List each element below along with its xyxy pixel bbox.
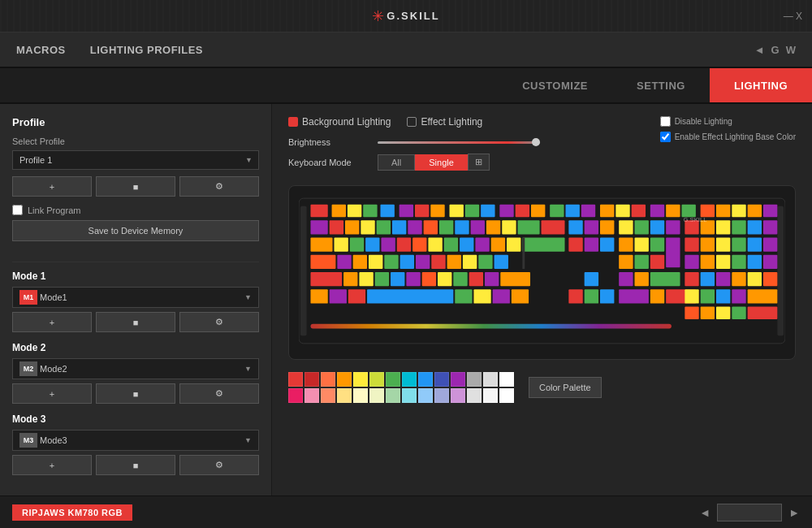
color-cell-11[interactable] xyxy=(467,372,482,387)
disable-lighting-label[interactable]: Disable Lighting xyxy=(675,117,732,126)
color-cell-16[interactable] xyxy=(321,388,335,403)
color-cell-5[interactable] xyxy=(369,372,384,387)
enable-effect-checkbox[interactable] xyxy=(660,132,671,142)
color-cell-4[interactable] xyxy=(353,372,368,387)
mode-single-button[interactable]: Single xyxy=(415,154,468,171)
color-cell-10[interactable] xyxy=(451,372,465,387)
color-cell-0[interactable] xyxy=(288,372,303,387)
color-cell-19[interactable] xyxy=(369,388,384,403)
tab-lighting[interactable]: LIGHTING xyxy=(710,68,812,102)
mode-all-button[interactable]: All xyxy=(378,154,415,171)
disable-lighting-checkbox[interactable] xyxy=(660,116,671,127)
enable-effect-label[interactable]: Enable Effect Lighting Base Color xyxy=(675,132,796,141)
menu-macros[interactable]: MACROS xyxy=(16,44,66,56)
svg-rect-56 xyxy=(732,220,745,234)
svg-rect-29 xyxy=(748,205,762,217)
prev-arrow-button[interactable]: ◄ xyxy=(699,506,710,519)
color-cell-22[interactable] xyxy=(418,388,433,403)
svg-rect-86 xyxy=(310,255,335,269)
color-cell-7[interactable] xyxy=(402,372,417,387)
mode-3-settings-button[interactable]: ⚙ xyxy=(179,455,259,475)
svg-rect-7 xyxy=(380,205,394,217)
svg-rect-97 xyxy=(495,255,508,269)
tab-setting[interactable]: SETTING xyxy=(612,68,710,102)
svg-rect-119 xyxy=(500,272,530,286)
profile-delete-button[interactable]: ■ xyxy=(96,176,175,197)
color-cell-1[interactable] xyxy=(304,372,319,387)
svg-rect-36 xyxy=(392,220,406,234)
close-button[interactable]: — X xyxy=(784,11,802,22)
color-cell-17[interactable] xyxy=(337,388,352,403)
link-program-checkbox[interactable] xyxy=(12,205,23,215)
mode-grid-button[interactable]: ⊞ xyxy=(468,154,490,171)
tab-customize[interactable]: CUSTOMIZE xyxy=(498,68,612,102)
mode-2-title: Mode 2 xyxy=(12,342,259,353)
color-cell-8[interactable] xyxy=(418,372,433,387)
save-device-memory-button[interactable]: Save to Device Memory xyxy=(12,220,259,241)
mode-2-settings-button[interactable]: ⚙ xyxy=(179,383,259,404)
svg-rect-58 xyxy=(763,220,777,234)
svg-rect-128 xyxy=(748,272,762,286)
color-cell-23[interactable] xyxy=(434,388,449,403)
color-cell-6[interactable] xyxy=(386,372,400,387)
mode-1-settings-button[interactable]: ⚙ xyxy=(179,312,259,332)
next-arrow-button[interactable]: ► xyxy=(788,506,800,519)
profile-add-button[interactable]: + xyxy=(12,176,92,197)
mode-3-delete-button[interactable]: ■ xyxy=(96,455,175,475)
color-cell-15[interactable] xyxy=(304,388,319,403)
effect-lighting-radio[interactable]: Effect Lighting xyxy=(407,116,482,128)
color-cell-13[interactable] xyxy=(499,372,514,387)
profile-select[interactable]: Profile 1 xyxy=(12,150,259,170)
svg-rect-72 xyxy=(522,237,564,251)
background-lighting-dot xyxy=(288,117,298,127)
svg-rect-142 xyxy=(650,289,664,303)
svg-rect-90 xyxy=(384,255,398,269)
mode-1-select[interactable]: M1 Mode1 ▼ xyxy=(12,287,259,308)
svg-rect-73 xyxy=(568,237,582,251)
svg-rect-101 xyxy=(650,255,664,269)
svg-rect-33 xyxy=(345,220,359,234)
color-cell-3[interactable] xyxy=(337,372,352,387)
color-cell-27[interactable] xyxy=(499,388,514,403)
svg-rect-57 xyxy=(748,220,762,234)
svg-rect-3 xyxy=(310,205,327,217)
color-cell-18[interactable] xyxy=(353,388,368,403)
profile-settings-button[interactable]: ⚙ xyxy=(179,176,259,197)
mode-2-add-button[interactable]: + xyxy=(12,383,92,404)
svg-rect-70 xyxy=(491,237,505,251)
color-cell-9[interactable] xyxy=(434,372,449,387)
color-grid xyxy=(288,372,514,403)
title-bar: ✳ G.SKILL — X xyxy=(0,0,812,32)
link-program-label[interactable]: Link Program xyxy=(28,206,80,215)
background-lighting-radio[interactable]: Background Lighting xyxy=(288,116,391,128)
color-cell-24[interactable] xyxy=(451,388,465,403)
color-cell-25[interactable] xyxy=(467,388,482,403)
color-cell-20[interactable] xyxy=(386,388,400,403)
color-cell-2[interactable] xyxy=(321,372,335,387)
mode-2-delete-button[interactable]: ■ xyxy=(96,383,175,404)
mode-2-select[interactable]: M2 Mode2 ▼ xyxy=(12,358,259,379)
brightness-slider[interactable] xyxy=(378,141,540,144)
menu-icon-w[interactable]: W xyxy=(786,44,796,56)
color-cell-21[interactable] xyxy=(402,388,417,403)
mode-3-select[interactable]: M3 Mode3 ▼ xyxy=(12,430,259,451)
svg-rect-49 xyxy=(619,220,633,234)
svg-rect-69 xyxy=(475,237,489,251)
menu-icon-g[interactable]: G xyxy=(771,44,780,56)
mode-1-delete-button[interactable]: ■ xyxy=(96,312,175,332)
mode-1-add-button[interactable]: + xyxy=(12,312,92,332)
svg-rect-63 xyxy=(381,237,395,251)
svg-rect-133 xyxy=(367,289,453,303)
mode-3-add-button[interactable]: + xyxy=(12,455,92,475)
svg-rect-61 xyxy=(350,237,364,251)
svg-rect-104 xyxy=(716,255,730,269)
color-palette-button[interactable]: Color Palette xyxy=(529,377,602,398)
brightness-label: Brightness xyxy=(288,137,369,147)
svg-rect-89 xyxy=(369,255,382,269)
tab-bar: CUSTOMIZE SETTING LIGHTING xyxy=(0,68,812,104)
color-cell-12[interactable] xyxy=(483,372,498,387)
menu-lighting-profiles[interactable]: LIGHTING PROFILES xyxy=(90,44,203,56)
menu-icon-arrow[interactable]: ◄ xyxy=(754,44,765,56)
color-cell-26[interactable] xyxy=(483,388,498,403)
color-cell-14[interactable] xyxy=(288,388,303,403)
